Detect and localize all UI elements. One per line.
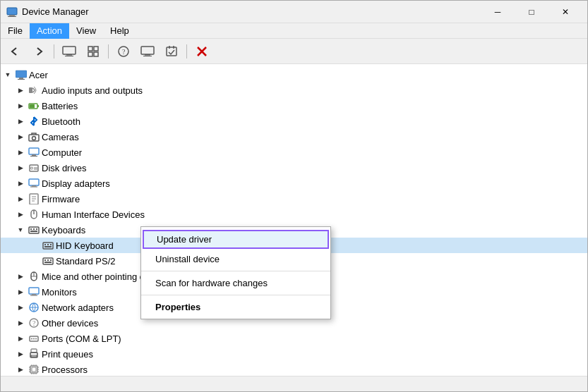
- disk-icon: [28, 162, 40, 173]
- keyboards-expander[interactable]: ▼: [15, 224, 26, 235]
- tree-display[interactable]: ▶ Display adapters: [1, 176, 587, 191]
- svg-rect-45: [30, 228, 32, 230]
- hid-keyboard-label: HID Keyboard: [56, 240, 114, 251]
- ctx-scan[interactable]: Scan for hardware changes: [141, 274, 330, 293]
- computer-label: Computer: [42, 147, 82, 158]
- toolbar-monitor[interactable]: [136, 41, 159, 62]
- network-icon: [28, 302, 40, 313]
- toolbar-computer[interactable]: [58, 41, 80, 62]
- ctx-update-driver[interactable]: Update driver: [143, 230, 329, 249]
- svg-rect-8: [88, 52, 92, 56]
- tree-disk[interactable]: ▶ Disk drives: [1, 160, 587, 176]
- tree-batteries[interactable]: ▶ Batteries: [1, 98, 587, 114]
- ctx-uninstall[interactable]: Uninstall device: [141, 250, 330, 269]
- bluetooth-icon: [28, 116, 40, 127]
- svg-rect-23: [37, 105, 39, 107]
- display-expander[interactable]: ▶: [15, 178, 26, 189]
- svg-rect-63: [32, 294, 36, 295]
- ps2-label: Standard PS/2: [56, 256, 116, 267]
- display-icon: [28, 178, 40, 189]
- svg-text:?: ?: [32, 319, 36, 327]
- window-title: Device Manager: [22, 6, 481, 17]
- window-controls: ─ □ ✕: [481, 1, 582, 23]
- maximize-button[interactable]: □: [515, 1, 548, 23]
- toolbar-sep2: [108, 44, 109, 59]
- tree-print[interactable]: ▶ Print queues: [1, 346, 587, 362]
- menu-help[interactable]: Help: [103, 23, 136, 39]
- svg-point-31: [31, 167, 33, 169]
- ports-expander[interactable]: ▶: [15, 333, 26, 344]
- ctx-properties[interactable]: Properties: [141, 298, 330, 317]
- disk-expander[interactable]: ▶: [15, 162, 26, 173]
- mice-expander[interactable]: ▶: [15, 271, 26, 282]
- other-expander[interactable]: ▶: [15, 317, 26, 329]
- menu-file[interactable]: File: [1, 23, 30, 39]
- cameras-expander[interactable]: ▶: [15, 131, 26, 142]
- svg-rect-3: [63, 47, 76, 54]
- close-button[interactable]: ✕: [549, 1, 582, 23]
- tree-hid[interactable]: ▶ Human Interface Devices: [1, 207, 587, 222]
- svg-rect-36: [30, 187, 37, 188]
- svg-rect-15: [167, 47, 176, 56]
- svg-rect-5: [65, 56, 73, 56]
- firmware-icon: [28, 193, 40, 204]
- toolbar-remove[interactable]: [191, 41, 213, 62]
- toolbar-sep3: [186, 44, 187, 59]
- tree-audio[interactable]: ▶ Audio inputs and outputs: [1, 82, 587, 98]
- keyboard-icon: [28, 224, 40, 235]
- monitors-label: Monitors: [42, 287, 77, 298]
- context-menu: Update driver Uninstall device Scan for …: [140, 226, 331, 319]
- hid-label: Human Interface Devices: [42, 209, 145, 220]
- computer-expander[interactable]: ▶: [15, 147, 26, 158]
- svg-rect-24: [30, 104, 35, 108]
- svg-rect-47: [36, 228, 37, 230]
- disk-label: Disk drives: [42, 163, 87, 173]
- mice-icon: [28, 271, 40, 282]
- processors-expander[interactable]: ▶: [15, 364, 26, 375]
- toolbar-scan[interactable]: [160, 41, 183, 62]
- batteries-expander[interactable]: ▶: [15, 100, 26, 111]
- toolbar-help[interactable]: ?: [112, 41, 135, 62]
- ctx-sep1: [141, 271, 330, 271]
- toolbar-forward[interactable]: [28, 41, 50, 62]
- menu-action[interactable]: Action: [30, 23, 69, 39]
- title-bar: Device Manager ─ □ ✕: [1, 1, 587, 23]
- svg-rect-48: [30, 231, 37, 232]
- root-expander[interactable]: ▼: [2, 69, 13, 80]
- minimize-button[interactable]: ─: [481, 1, 514, 23]
- svg-rect-75: [31, 355, 37, 357]
- svg-rect-6: [88, 47, 92, 51]
- computer-icon: [16, 69, 27, 80]
- tree-cameras[interactable]: ▶ Cameras: [1, 129, 587, 145]
- print-expander[interactable]: ▶: [15, 348, 26, 360]
- device-tree[interactable]: ▼ Acer ▶ Audio inputs and outputs ▶: [1, 64, 587, 376]
- bluetooth-expander[interactable]: ▶: [15, 116, 26, 127]
- firmware-expander[interactable]: ▶: [15, 193, 26, 204]
- tree-processors[interactable]: ▶ Processors: [1, 362, 587, 376]
- svg-rect-14: [143, 56, 152, 56]
- app-icon: [6, 6, 18, 18]
- svg-rect-21: [29, 87, 32, 93]
- svg-rect-56: [47, 259, 49, 261]
- svg-rect-44: [29, 227, 39, 233]
- tree-bluetooth[interactable]: ▶ Bluetooth: [1, 114, 587, 129]
- hid-expander[interactable]: ▶: [15, 209, 26, 220]
- toolbar-back[interactable]: [4, 41, 26, 62]
- monitors-expander[interactable]: ▶: [15, 286, 26, 298]
- svg-point-70: [31, 338, 32, 340]
- keyboards-label: Keyboards: [42, 225, 85, 235]
- svg-rect-7: [94, 47, 98, 51]
- audio-expander[interactable]: ▶: [15, 85, 26, 96]
- svg-rect-35: [32, 185, 36, 187]
- toolbar-show-hidden[interactable]: [82, 41, 104, 62]
- svg-rect-52: [50, 244, 52, 245]
- processors-icon: [28, 364, 40, 375]
- tree-ports[interactable]: ▶ Ports (COM & LPT): [1, 331, 587, 346]
- tree-root[interactable]: ▼ Acer: [1, 67, 587, 82]
- network-expander[interactable]: ▶: [15, 302, 26, 313]
- tree-computer[interactable]: ▶ Computer: [1, 145, 587, 160]
- menu-view[interactable]: View: [69, 23, 103, 39]
- ctx-sep2: [141, 295, 330, 295]
- tree-firmware[interactable]: ▶ Firmware: [1, 191, 587, 207]
- svg-rect-27: [29, 148, 39, 154]
